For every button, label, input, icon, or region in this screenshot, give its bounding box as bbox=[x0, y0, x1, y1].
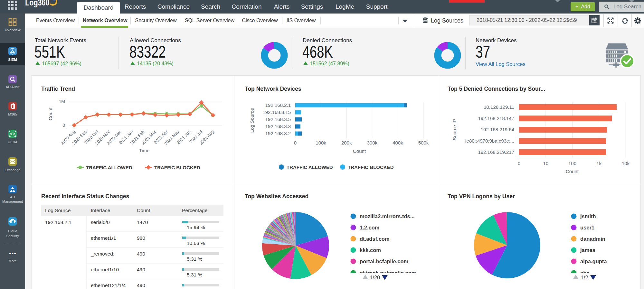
svg-text:Top VPN Logons by User: Top VPN Logons by User bbox=[448, 193, 515, 200]
svg-text:ethernet121/1/4: ethernet121/1/4 bbox=[91, 283, 126, 288]
svg-text:192.168.3.2: 192.168.3.2 bbox=[265, 131, 291, 136]
svg-text:10.63 %: 10.63 % bbox=[187, 240, 205, 246]
svg-text:5.31 %: 5.31 % bbox=[187, 288, 202, 289]
svg-text:Time: Time bbox=[139, 148, 150, 153]
svg-text:0: 0 bbox=[518, 161, 520, 166]
svg-text:192.168.3.3: 192.168.3.3 bbox=[265, 124, 291, 129]
svg-text:Log Source: Log Source bbox=[249, 108, 255, 133]
svg-text:100k: 100k bbox=[316, 140, 326, 145]
svg-text:_removed:: _removed: bbox=[90, 251, 114, 256]
svg-text:300k: 300k bbox=[367, 140, 378, 145]
svg-text:Interface: Interface bbox=[91, 208, 110, 213]
svg-text:TRAFFIC ALLOWED: TRAFFIC ALLOWED bbox=[86, 165, 132, 170]
svg-text:james: james bbox=[580, 247, 595, 253]
svg-text:192.168.219.64: 192.168.219.64 bbox=[481, 127, 514, 132]
svg-text:192.168.2.1: 192.168.2.1 bbox=[265, 102, 291, 108]
svg-text:400k: 400k bbox=[393, 140, 403, 145]
svg-text:Traffic Trend: Traffic Trend bbox=[41, 86, 75, 92]
svg-text:10k: 10k bbox=[622, 161, 630, 166]
svg-text:490: 490 bbox=[137, 267, 145, 272]
svg-text:490: 490 bbox=[137, 251, 145, 256]
svg-text:alpa.gupta: alpa.gupta bbox=[580, 258, 607, 264]
svg-text:Top 5 Denied Connections by So: Top 5 Denied Connections by Sour... bbox=[448, 86, 545, 92]
svg-text:Count: Count bbox=[48, 107, 53, 120]
svg-text:Percentage: Percentage bbox=[182, 208, 207, 213]
svg-text:5.31 %: 5.31 % bbox=[187, 256, 202, 262]
svg-text:ethernet1/1: ethernet1/1 bbox=[91, 235, 116, 241]
svg-text:TRAFFIC BLOCKED: TRAFFIC BLOCKED bbox=[348, 164, 394, 170]
svg-text:Top Websites Accessed: Top Websites Accessed bbox=[245, 193, 308, 200]
svg-text:jsmith: jsmith bbox=[580, 213, 596, 219]
svg-text:100: 100 bbox=[568, 161, 576, 166]
svg-text:1/20: 1/20 bbox=[370, 275, 380, 280]
svg-text:Count: Count bbox=[137, 208, 150, 213]
svg-text:192.168.2.1: 192.168.2.1 bbox=[45, 219, 71, 225]
svg-text:980: 980 bbox=[137, 235, 145, 241]
svg-text:500k: 500k bbox=[418, 140, 429, 145]
svg-text:Count: Count bbox=[566, 169, 579, 174]
svg-text:TRAFFIC ALLOWED: TRAFFIC ALLOWED bbox=[287, 164, 333, 170]
svg-text:kkk.com: kkk.com bbox=[360, 247, 381, 253]
svg-text:0: 0 bbox=[62, 123, 65, 128]
svg-text:1k: 1k bbox=[596, 161, 601, 166]
svg-text:0: 0 bbox=[294, 140, 297, 145]
svg-text:user1: user1 bbox=[580, 225, 594, 230]
svg-text:5.31 %: 5.31 % bbox=[187, 272, 202, 277]
svg-text:192.168.218.147: 192.168.218.147 bbox=[478, 116, 514, 121]
svg-text:TRAFFIC BLOCKED: TRAFFIC BLOCKED bbox=[154, 165, 200, 170]
svg-text:15.94 %: 15.94 % bbox=[187, 225, 205, 230]
svg-text:10.128.129.11: 10.128.129.11 bbox=[484, 104, 514, 110]
svg-text:oktrack.pubmatic.com: oktrack.pubmatic.com bbox=[360, 270, 416, 276]
svg-text:10: 10 bbox=[543, 161, 548, 166]
svg-text:dt.adsf.com: dt.adsf.com bbox=[360, 236, 390, 242]
svg-text:Top Network Devices: Top Network Devices bbox=[245, 86, 301, 92]
svg-text:490: 490 bbox=[137, 283, 145, 288]
svg-text:ethernet1/10: ethernet1/10 bbox=[91, 267, 119, 272]
svg-text:200k: 200k bbox=[341, 140, 352, 145]
svg-text:192.168.3.15: 192.168.3.15 bbox=[262, 109, 291, 115]
svg-text:1M: 1M bbox=[59, 99, 65, 104]
svg-text:1/2: 1/2 bbox=[581, 275, 588, 281]
svg-text:1470: 1470 bbox=[137, 219, 148, 225]
svg-text:192.168.3.5: 192.168.3.5 bbox=[265, 117, 291, 122]
svg-text:mozilla2.mirrors.tds...: mozilla2.mirrors.tds... bbox=[360, 213, 415, 219]
svg-text:danadmin: danadmin bbox=[580, 236, 605, 242]
svg-text:Source IP: Source IP bbox=[452, 119, 457, 140]
svg-text:Log Source: Log Source bbox=[45, 208, 71, 213]
svg-text:portal.hcfaplle.com: portal.hcfaplle.com bbox=[360, 258, 408, 264]
svg-text:serial0/0: serial0/0 bbox=[91, 219, 110, 225]
svg-text:Count: Count bbox=[353, 148, 366, 154]
svg-text:192.168.219.217: 192.168.219.217 bbox=[478, 149, 514, 155]
svg-text:Recent Interface Status Change: Recent Interface Status Changes bbox=[41, 193, 129, 200]
svg-text:fe80::4970:9ba:c93c:...: fe80::4970:9ba:c93c:... bbox=[465, 138, 514, 144]
svg-text:1.2.com: 1.2.com bbox=[360, 225, 379, 230]
